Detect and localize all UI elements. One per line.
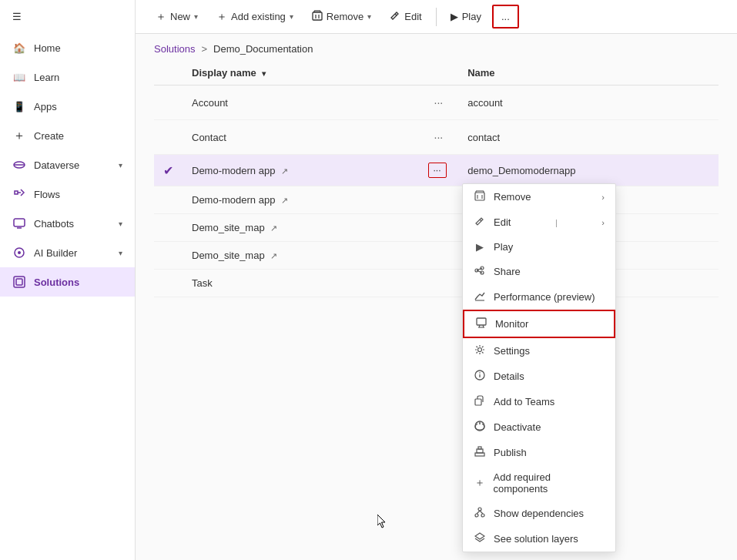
row-icon-cell — [154, 214, 183, 242]
dataverse-icon — [12, 158, 26, 172]
context-menu-item-settings[interactable]: Settings — [463, 338, 615, 364]
chatbots-chevron-icon: ▾ — [119, 220, 122, 228]
sidebar: ☰ 🏠 Home 📖 Learn 📱 Apps ＋ Create Dataver… — [0, 0, 136, 560]
more-button[interactable]: ... — [492, 5, 519, 29]
row-display-name: Demo_site_map ↗ — [183, 214, 419, 242]
sidebar-item-flows[interactable]: Flows — [0, 179, 135, 209]
context-menu-item-add-to-teams[interactable]: Add to Teams — [463, 389, 615, 414]
svg-line-21 — [480, 220, 481, 221]
sidebar-item-solutions[interactable]: Solutions — [0, 267, 135, 297]
svg-point-42 — [481, 514, 484, 517]
solutions-table: Display name ▾ Name Account ··· — [154, 61, 719, 297]
add-existing-button[interactable]: ＋ Add existing ▾ — [209, 5, 301, 29]
performance-icon — [474, 290, 486, 303]
sidebar-item-dataverse[interactable]: Dataverse ▾ — [0, 150, 135, 179]
context-menu-item-monitor[interactable]: Monitor — [463, 310, 615, 338]
external-link-icon[interactable]: ↗ — [281, 166, 288, 176]
table-row[interactable]: Demo_site_map ↗ — [154, 214, 719, 242]
row-display-name: Demo-modern app ↗ — [183, 186, 419, 214]
breadcrumb-solutions-link[interactable]: Solutions — [154, 43, 195, 55]
context-menu-item-play[interactable]: ▶ Play — [463, 235, 615, 259]
remove-icon — [474, 190, 486, 203]
row-name: demo_Demomodernapp — [458, 155, 719, 186]
breadcrumb-separator: > — [201, 43, 207, 55]
edit-button[interactable]: Edit — [382, 5, 429, 28]
deactivate-icon — [474, 421, 486, 434]
row-dots-cell[interactable]: ··· — [419, 155, 459, 186]
context-menu-settings-label: Settings — [494, 345, 530, 357]
row-more-button[interactable]: ··· — [428, 128, 450, 146]
new-plus-icon: ＋ — [156, 10, 166, 24]
table-row[interactable]: ✔ Demo-modern app ↗ ··· demo_Demomoderna… — [154, 155, 719, 186]
svg-line-44 — [480, 511, 483, 514]
sidebar-label-dataverse: Dataverse — [34, 159, 79, 171]
sidebar-item-ai-builder[interactable]: AI Builder ▾ — [0, 238, 135, 267]
svg-rect-39 — [478, 447, 481, 449]
svg-point-40 — [478, 508, 481, 511]
table-row[interactable]: Contact ··· contact — [154, 120, 719, 155]
sidebar-item-home[interactable]: 🏠 Home — [0, 33, 135, 62]
svg-point-5 — [18, 251, 21, 254]
sidebar-label-flows: Flows — [34, 189, 60, 200]
monitor-icon — [475, 317, 487, 330]
context-menu-item-add-required[interactable]: ＋ Add required components — [463, 465, 615, 501]
row-icon-cell — [154, 242, 183, 270]
context-menu-show-dependencies-label: Show dependencies — [494, 508, 584, 519]
new-chevron-icon: ▾ — [194, 12, 198, 21]
play-button[interactable]: ▶ Play — [443, 6, 489, 27]
context-menu-item-share[interactable]: Share — [463, 259, 615, 284]
table-row[interactable]: Account ··· account — [154, 86, 719, 120]
sidebar-item-learn[interactable]: 📖 Learn — [0, 62, 135, 92]
hamburger-icon: ☰ — [12, 11, 22, 22]
sidebar-item-apps[interactable]: 📱 Apps — [0, 92, 135, 121]
row-dots-cell[interactable]: ··· — [419, 120, 459, 155]
table-row[interactable]: Demo-modern app ↗ — [154, 186, 719, 214]
col-display-name-header[interactable]: Display name ▾ — [183, 61, 419, 86]
new-button[interactable]: ＋ New ▾ — [148, 5, 206, 29]
svg-rect-34 — [475, 399, 481, 405]
remove-chevron-icon: ▾ — [367, 12, 371, 21]
context-menu-item-publish[interactable]: Publish — [463, 440, 615, 465]
table-row[interactable]: Task — [154, 270, 719, 297]
play-icon: ▶ — [451, 11, 458, 22]
context-menu-item-see-solution-layers[interactable]: See solution layers — [463, 526, 615, 552]
context-menu-item-edit[interactable]: Edit | › — [463, 210, 615, 235]
table-row[interactable]: Demo_site_map ↗ — [154, 242, 719, 270]
edit-label: Edit — [404, 11, 421, 22]
row-dots-cell — [419, 242, 459, 270]
row-name: contact — [458, 120, 719, 155]
solutions-icon — [12, 275, 26, 289]
svg-rect-7 — [16, 279, 22, 285]
context-menu-add-required-label: Add required components — [494, 471, 605, 495]
row-more-button[interactable]: ··· — [428, 93, 450, 112]
context-menu-share-label: Share — [494, 266, 521, 277]
flows-icon — [12, 187, 26, 201]
sidebar-item-create[interactable]: ＋ Create — [0, 121, 135, 150]
context-menu-item-deactivate[interactable]: Deactivate — [463, 414, 615, 440]
row-dots-cell[interactable]: ··· — [419, 86, 459, 120]
col-icon-header — [154, 61, 183, 86]
edit-submenu-arrow-icon: › — [601, 218, 605, 227]
row-more-button[interactable]: ··· — [428, 163, 447, 178]
new-label: New — [170, 11, 190, 22]
col-name-header: Name — [458, 61, 719, 86]
play-label: Play — [462, 11, 481, 22]
add-existing-label: Add existing — [231, 11, 286, 22]
context-menu-deactivate-label: Deactivate — [494, 421, 541, 433]
svg-line-14 — [395, 14, 397, 15]
ai-builder-chevron-icon: ▾ — [119, 249, 122, 257]
context-menu-item-remove[interactable]: Remove › — [463, 184, 615, 210]
row-dots-cell — [419, 270, 459, 297]
context-menu-item-show-dependencies[interactable]: Show dependencies — [463, 501, 615, 526]
sidebar-item-chatbots[interactable]: Chatbots ▾ — [0, 209, 135, 238]
hamburger-menu[interactable]: ☰ — [0, 0, 135, 33]
context-menu-item-performance[interactable]: Performance (preview) — [463, 284, 615, 310]
remove-button[interactable]: Remove ▾ — [304, 5, 379, 28]
context-menu-add-to-teams-label: Add to Teams — [494, 396, 554, 407]
more-dots-label: ... — [501, 11, 510, 22]
context-menu-item-details[interactable]: Details — [463, 364, 615, 389]
add-existing-chevron-icon: ▾ — [290, 12, 293, 21]
sidebar-label-solutions: Solutions — [34, 277, 79, 288]
external-link-icon: ↗ — [281, 196, 288, 205]
row-icon-cell — [154, 270, 183, 297]
